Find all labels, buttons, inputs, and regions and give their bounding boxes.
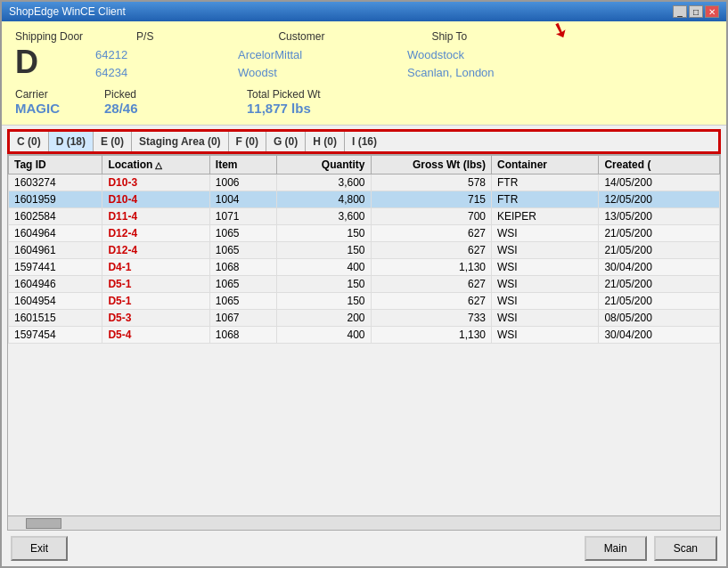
- cell-container: WSI: [492, 225, 599, 242]
- cell-tagid: 1604954: [9, 293, 102, 310]
- cell-tagid: 1602584: [9, 208, 102, 225]
- tab-H[interactable]: H (0): [306, 132, 345, 151]
- cell-container: WSI: [492, 327, 599, 344]
- scrollbar-thumb[interactable]: [26, 518, 61, 529]
- tab-staging[interactable]: Staging Area (0): [132, 132, 229, 151]
- col-header-item[interactable]: Item: [209, 156, 276, 174]
- cell-location: D5-3: [102, 310, 209, 327]
- shipping-door-value: D: [15, 44, 38, 80]
- cell-quantity: 3,600: [277, 174, 371, 191]
- tab-I[interactable]: I (16): [345, 132, 384, 151]
- total-value: 11,877 lbs: [247, 101, 321, 116]
- cell-item: 1065: [209, 293, 276, 310]
- col-header-quantity[interactable]: Quantity: [277, 156, 371, 174]
- tab-D[interactable]: D (18): [49, 132, 94, 151]
- ps-value-1: 64212: [95, 46, 158, 64]
- cell-grosswt: 700: [371, 208, 492, 225]
- footer: Exit Main Scan: [2, 531, 726, 566]
- cell-tagid: 1604946: [9, 276, 102, 293]
- col-header-location[interactable]: Location: [102, 156, 209, 174]
- cell-grosswt: 715: [371, 191, 492, 208]
- shipping-door-label: Shipping Door: [15, 30, 83, 43]
- cell-location: D10-3: [102, 174, 209, 191]
- cell-grosswt: 1,130: [371, 259, 492, 276]
- table-row[interactable]: 1604961 D12-4 1065 150 627 WSI 21/05/200: [9, 242, 720, 259]
- cell-tagid: 1604964: [9, 225, 102, 242]
- picked-value: 28/46: [104, 101, 167, 116]
- cell-item: 1065: [209, 276, 276, 293]
- cell-location: D10-4: [102, 191, 209, 208]
- customer-value-2: Woodst: [238, 64, 345, 82]
- window-title: ShopEdge WinCE Client: [9, 5, 126, 18]
- cell-grosswt: 578: [371, 174, 492, 191]
- tab-F[interactable]: F (0): [229, 132, 266, 151]
- cell-location: D5-1: [102, 293, 209, 310]
- cell-container: FTR: [492, 191, 599, 208]
- main-button[interactable]: Main: [585, 536, 647, 561]
- cell-item: 1071: [209, 208, 276, 225]
- cell-created: 21/05/200: [599, 293, 720, 310]
- cell-created: 14/05/200: [599, 174, 720, 191]
- cell-tagid: 1597454: [9, 327, 102, 344]
- table-row[interactable]: 1603274 D10-3 1006 3,600 578 FTR 14/05/2…: [9, 174, 720, 191]
- cell-item: 1068: [209, 259, 276, 276]
- cell-quantity: 150: [277, 293, 371, 310]
- tab-C[interactable]: C (0): [10, 132, 49, 151]
- cell-quantity: 3,600: [277, 208, 371, 225]
- cell-created: 30/04/200: [599, 259, 720, 276]
- table-row[interactable]: 1601515 D5-3 1067 200 733 WSI 08/05/200: [9, 310, 720, 327]
- cell-location: D5-1: [102, 276, 209, 293]
- exit-button[interactable]: Exit: [11, 536, 68, 561]
- col-header-container[interactable]: Container: [492, 156, 599, 174]
- cell-container: WSI: [492, 259, 599, 276]
- table-row[interactable]: 1604954 D5-1 1065 150 627 WSI 21/05/200: [9, 293, 720, 310]
- cell-grosswt: 627: [371, 276, 492, 293]
- tab-G[interactable]: G (0): [266, 132, 306, 151]
- scan-button[interactable]: Scan: [654, 536, 717, 561]
- cell-created: 30/04/200: [599, 327, 720, 344]
- table-row[interactable]: 1601959 D10-4 1004 4,800 715 FTR 12/05/2…: [9, 191, 720, 208]
- cell-tagid: 1601959: [9, 191, 102, 208]
- cell-tagid: 1603274: [9, 174, 102, 191]
- cell-grosswt: 733: [371, 310, 492, 327]
- cell-item: 1065: [209, 242, 276, 259]
- cell-container: WSI: [492, 276, 599, 293]
- cell-quantity: 400: [277, 327, 371, 344]
- horizontal-scrollbar[interactable]: [8, 515, 720, 530]
- cell-item: 1004: [209, 191, 276, 208]
- cell-container: KEIPER: [492, 208, 599, 225]
- footer-right-buttons: Main Scan: [585, 536, 717, 561]
- col-header-grosswt[interactable]: Gross Wt (lbs): [371, 156, 492, 174]
- cell-location: D11-4: [102, 208, 209, 225]
- cell-grosswt: 627: [371, 293, 492, 310]
- cell-container: FTR: [492, 174, 599, 191]
- shipto-label: Ship To: [431, 30, 467, 43]
- picked-label: Picked: [104, 88, 167, 101]
- table-row[interactable]: 1604946 D5-1 1065 150 627 WSI 21/05/200: [9, 276, 720, 293]
- ps-value-2: 64234: [95, 64, 158, 82]
- table-row[interactable]: 1597454 D5-4 1068 400 1,130 WSI 30/04/20…: [9, 327, 720, 344]
- restore-button[interactable]: □: [689, 5, 703, 18]
- shipto-value-1: Woodstock: [407, 46, 514, 64]
- tab-E[interactable]: E (0): [94, 132, 132, 151]
- cell-tagid: 1601515: [9, 310, 102, 327]
- cell-location: D5-4: [102, 327, 209, 344]
- table-row[interactable]: 1602584 D11-4 1071 3,600 700 KEIPER 13/0…: [9, 208, 720, 225]
- header-section: Shipping Door P/S Customer Ship To D 642…: [2, 21, 726, 126]
- main-window: ShopEdge WinCE Client _ □ ✕ Shipping Doo…: [0, 0, 728, 568]
- close-button[interactable]: ✕: [705, 5, 719, 18]
- cell-container: WSI: [492, 293, 599, 310]
- col-header-tagid[interactable]: Tag ID: [9, 156, 102, 174]
- cell-item: 1065: [209, 225, 276, 242]
- cell-item: 1006: [209, 174, 276, 191]
- minimize-button[interactable]: _: [673, 5, 687, 18]
- cell-created: 13/05/200: [599, 208, 720, 225]
- cell-tagid: 1597441: [9, 259, 102, 276]
- table-row[interactable]: 1597441 D4-1 1068 400 1,130 WSI 30/04/20…: [9, 259, 720, 276]
- tabs-section: C (0) D (18) E (0) Staging Area (0) F (0…: [7, 129, 721, 154]
- table-row[interactable]: 1604964 D12-4 1065 150 627 WSI 21/05/200: [9, 225, 720, 242]
- ps-label: P/S: [136, 30, 153, 43]
- table-container[interactable]: Tag ID Location Item Quantity Gross Wt (…: [8, 155, 720, 515]
- col-header-created[interactable]: Created (: [599, 156, 720, 174]
- cell-location: D4-1: [102, 259, 209, 276]
